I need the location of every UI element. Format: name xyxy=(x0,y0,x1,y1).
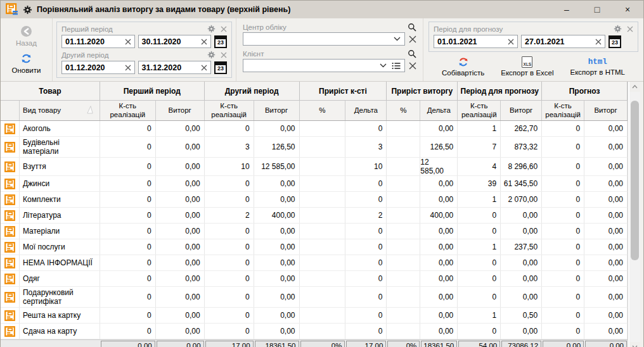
period2-to-field[interactable]: 31.12.2020 xyxy=(138,61,212,74)
clear-icon[interactable] xyxy=(201,65,207,71)
product-icon xyxy=(4,274,15,284)
cell-p1-qty: 0 xyxy=(100,287,156,307)
group-header-period2: Другий період xyxy=(205,82,300,100)
table-row[interactable]: Література 0 0,00 2 400,00 2 400,00 0 0,… xyxy=(1,208,628,224)
table-row[interactable]: Сдача на карту 0 0,00 0 0,00 0 0,00 0 0,… xyxy=(1,324,628,339)
product-icon xyxy=(4,242,15,253)
column-header-revenue[interactable]: Виторг xyxy=(254,101,300,120)
table-row[interactable]: Комплекти 0 0,00 0 0,00 0 0,00 1 2 070,0… xyxy=(1,192,628,208)
scrollbar-thumb[interactable] xyxy=(631,101,639,260)
column-header-qty[interactable]: К-сть реалізацій xyxy=(542,101,584,120)
clear-icon[interactable] xyxy=(125,65,131,71)
period1-label: Перший період xyxy=(61,25,113,33)
column-header-revenue[interactable]: Виторг xyxy=(156,101,205,120)
refresh-button[interactable]: Оновити xyxy=(12,53,41,74)
cell-rev-growth-pct xyxy=(387,271,420,286)
cell-qty-growth-delta: 0 xyxy=(345,224,387,239)
forecast-clear-icon[interactable] xyxy=(627,26,633,32)
column-header-pct[interactable]: % xyxy=(387,101,420,120)
cell-rev-growth-delta: 0,00 xyxy=(420,287,458,307)
period1-to-field[interactable]: 30.11.2020 xyxy=(138,35,212,48)
chevron-down-icon[interactable] xyxy=(380,63,387,68)
period1-calendar-icon[interactable]: 23 xyxy=(214,35,227,48)
clear-icon[interactable] xyxy=(201,39,207,45)
forecast-to-field[interactable]: 27.01.2021 xyxy=(521,35,605,48)
period1-settings-gear-icon[interactable] xyxy=(207,25,216,33)
cell-qty-growth-pct xyxy=(300,255,346,270)
period1-clear-icon[interactable] xyxy=(221,26,227,32)
cell-qty-growth-delta: 0 xyxy=(345,239,387,255)
table-row[interactable]: Одяг 0 0,00 0 0,00 0 0,00 0 0,00 0 0,00 xyxy=(1,271,628,287)
client-combobox[interactable] xyxy=(243,59,405,72)
table-row[interactable]: Подарунковий сертифікат 0 0,00 0 0,00 0 … xyxy=(1,287,628,308)
scroll-up-button[interactable] xyxy=(629,82,640,92)
cost-button[interactable]: Собівартість xyxy=(442,56,484,77)
forecast-settings-gear-icon[interactable] xyxy=(614,25,622,33)
table-row[interactable]: Решта на картку 0 0,00 0 0,00 0 0,00 1 0… xyxy=(1,308,628,324)
export-html-button[interactable]: html Експорт в HTML xyxy=(570,57,625,76)
column-header-delta[interactable]: Дельта xyxy=(345,101,387,120)
back-button[interactable]: Назад xyxy=(16,25,37,47)
product-type-label: Взуття xyxy=(23,162,46,171)
forecast-calendar-icon[interactable]: 23 xyxy=(609,35,621,48)
minimize-button[interactable]: – xyxy=(561,5,572,14)
column-header-delta[interactable]: Дельта xyxy=(420,101,458,120)
column-header-qty[interactable]: К-сть реалізацій xyxy=(458,101,501,120)
cell-rev-growth-delta: 0,00 xyxy=(420,224,458,239)
cell-fcperiod-qty: 1 xyxy=(458,308,501,323)
vertical-scrollbar[interactable] xyxy=(629,82,640,347)
cell-p1-qty: 0 xyxy=(100,158,156,175)
table-row[interactable]: Взуття 0 0,00 10 12 585,00 10 12 585,00 … xyxy=(1,158,628,176)
clear-icon[interactable] xyxy=(125,39,131,45)
clear-icon[interactable] xyxy=(508,39,514,45)
product-type-label: Одяг xyxy=(23,274,40,283)
cell-fcperiod-revenue: 0,50 xyxy=(501,308,542,323)
period1-from-field[interactable]: 01.11.2020 xyxy=(61,35,135,48)
accounting-center-clear-icon[interactable] xyxy=(409,35,416,43)
close-button[interactable]: × xyxy=(622,5,633,14)
cell-fcperiod-revenue: 0,00 xyxy=(501,208,542,223)
titlebar[interactable]: Порівняльний аналіз виторгу за видами то… xyxy=(1,1,643,18)
cell-fcperiod-qty: 7 xyxy=(458,137,501,157)
period2-label: Другий період xyxy=(61,51,108,59)
search-icon[interactable] xyxy=(408,23,416,32)
client-clear-icon[interactable] xyxy=(409,62,416,70)
forecast-from-field[interactable]: 01.01.2021 xyxy=(434,35,518,48)
header-sub-row: Вид товару К-сть реалізацій Виторг К-сть… xyxy=(1,101,628,121)
accounting-center-combobox[interactable] xyxy=(243,32,405,46)
cell-qty-growth-pct xyxy=(300,208,346,223)
period2-from-field[interactable]: 01.12.2020 xyxy=(61,61,135,74)
column-header-product-type[interactable]: Вид товару xyxy=(20,101,100,120)
table-row[interactable]: Акоголь 0 0,00 0 0,00 0 0,00 1 262,70 0 … xyxy=(1,121,628,137)
column-header-qty[interactable]: К-сть реалізацій xyxy=(100,101,156,120)
maximize-button[interactable]: □ xyxy=(591,5,603,14)
cell-fcperiod-qty: 0 xyxy=(458,208,501,223)
period2-clear-icon[interactable] xyxy=(221,52,227,58)
product-icon xyxy=(4,310,15,321)
table-row[interactable]: НЕМА ІНФОРМАЦІЇ 0 0,00 0 0,00 0 0,00 0 0… xyxy=(1,255,628,271)
cell-p1-qty: 0 xyxy=(100,324,156,339)
product-icon-cell xyxy=(1,308,20,323)
period2-settings-gear-icon[interactable] xyxy=(207,51,216,59)
column-header-revenue[interactable]: Виторг xyxy=(501,101,542,120)
column-header-revenue[interactable]: Виторг xyxy=(584,101,628,120)
column-header-qty[interactable]: К-сть реалізацій xyxy=(205,101,254,120)
clear-icon[interactable] xyxy=(595,39,602,45)
icon-column-header xyxy=(1,101,20,120)
list-select-icon[interactable] xyxy=(392,62,401,70)
scroll-down-button[interactable] xyxy=(629,342,640,347)
cell-p1-qty: 0 xyxy=(100,255,156,270)
table-row[interactable]: Матеріали 0 0,00 0 0,00 0 0,00 0 0,00 0 … xyxy=(1,224,628,239)
cell-rev-growth-pct xyxy=(387,121,420,136)
table-row[interactable]: Джинси 0 0,00 0 0,00 0 0,00 39 61 345,50… xyxy=(1,176,628,192)
settings-gear-icon[interactable] xyxy=(23,5,32,15)
search-icon[interactable] xyxy=(408,49,416,58)
table-row[interactable]: Будівельні матеріали 0 0,00 3 126,50 3 1… xyxy=(1,137,628,158)
export-excel-button[interactable]: XLS Експорт в Excel xyxy=(501,56,553,77)
toolbar: Назад Оновити Перший період xyxy=(1,18,643,82)
column-header-pct[interactable]: % xyxy=(300,101,346,120)
cell-forecast-qty: 0 xyxy=(542,158,584,175)
chevron-down-icon[interactable] xyxy=(394,37,401,41)
table-row[interactable]: Мої послуги 0 0,00 0 0,00 0 0,00 1 237,5… xyxy=(1,239,628,255)
period2-calendar-icon[interactable]: 23 xyxy=(214,61,227,74)
